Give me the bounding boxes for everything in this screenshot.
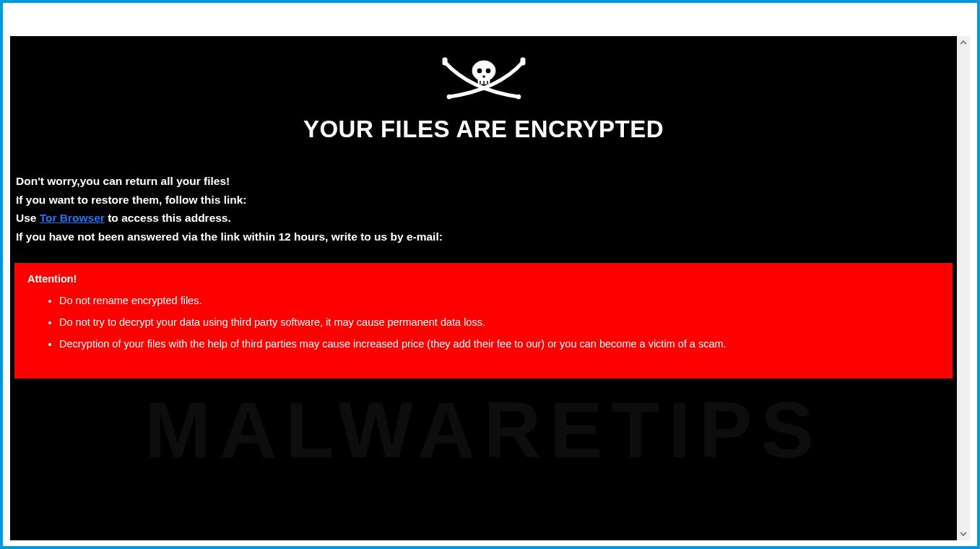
attention-item: Do not rename encrypted files.	[59, 293, 940, 309]
window-frame: MALWARETIPS	[3, 3, 977, 546]
vertical-scrollbar[interactable]	[957, 36, 970, 540]
skull-swords-icon	[441, 52, 527, 105]
message-line-4: If you have not been answered via the li…	[16, 228, 953, 246]
window-titlebar	[3, 3, 977, 36]
message-line-3a: Use	[16, 212, 40, 224]
message-line-3: Use Tor Browser to access this address.	[16, 209, 953, 228]
svg-point-6	[477, 68, 482, 74]
attention-box: Attention! Do not rename encrypted files…	[14, 263, 953, 378]
content-wrapper: MALWARETIPS	[10, 36, 970, 540]
ransom-note: MALWARETIPS	[10, 36, 957, 540]
message-body: Don't worry,you can return all your file…	[14, 172, 953, 246]
message-line-3b: to access this address.	[105, 212, 231, 224]
tor-browser-link[interactable]: Tor Browser	[40, 212, 105, 224]
svg-rect-0	[443, 58, 447, 65]
svg-rect-8	[482, 75, 485, 78]
attention-item: Decryption of your files with the help o…	[59, 337, 940, 353]
svg-point-3	[516, 95, 521, 99]
watermark-text: MALWARETIPS	[10, 384, 957, 475]
svg-point-7	[485, 68, 491, 74]
message-line-1: Don't worry,you can return all your file…	[16, 172, 953, 191]
attention-list: Do not rename encrypted files. Do not tr…	[27, 293, 940, 352]
skull-wrapper	[14, 52, 953, 105]
main-heading: YOUR FILES ARE ENCRYPTED	[14, 116, 953, 143]
svg-rect-1	[521, 58, 525, 65]
attention-item: Do not try to decrypt your data using th…	[59, 315, 940, 331]
scroll-up-button[interactable]	[957, 36, 970, 49]
attention-heading: Attention!	[27, 273, 940, 285]
message-line-2: If you want to restore them, follow this…	[16, 191, 953, 209]
scroll-down-button[interactable]	[957, 527, 970, 540]
svg-point-2	[447, 95, 451, 99]
